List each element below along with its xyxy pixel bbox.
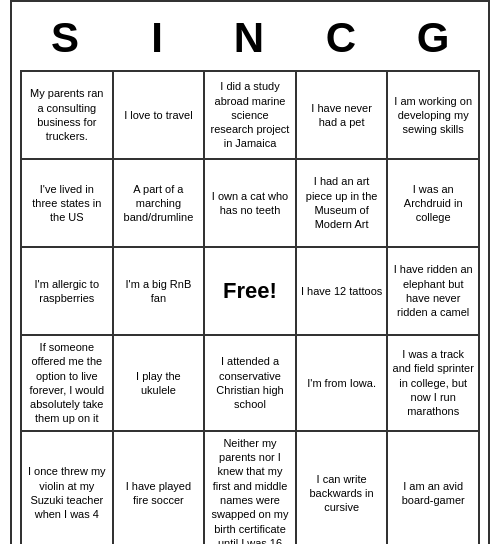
bingo-card: SINCG My parents ran a consulting busine… bbox=[10, 0, 490, 544]
bingo-cell-23[interactable]: I can write backwards in cursive bbox=[297, 432, 389, 544]
bingo-cell-9[interactable]: I was an Archdruid in college bbox=[388, 160, 480, 248]
bingo-cell-13[interactable]: I have 12 tattoos bbox=[297, 248, 389, 336]
title-letter-g: G bbox=[390, 14, 478, 62]
bingo-title: SINCG bbox=[20, 10, 480, 70]
bingo-cell-text-4: I am working on developing my sewing ski… bbox=[392, 94, 474, 137]
bingo-cell-17[interactable]: I attended a conservative Christian high… bbox=[205, 336, 297, 432]
bingo-cell-16[interactable]: I play the ukulele bbox=[114, 336, 206, 432]
bingo-cell-text-3: I have never had a pet bbox=[301, 101, 383, 130]
bingo-cell-3[interactable]: I have never had a pet bbox=[297, 72, 389, 160]
bingo-cell-2[interactable]: I did a study abroad marine science rese… bbox=[205, 72, 297, 160]
bingo-cell-1[interactable]: I love to travel bbox=[114, 72, 206, 160]
bingo-cell-text-16: I play the ukulele bbox=[118, 369, 200, 398]
bingo-cell-text-18: I'm from Iowa. bbox=[301, 376, 383, 390]
bingo-cell-text-20: I once threw my violin at my Suzuki teac… bbox=[26, 464, 108, 521]
bingo-cell-20[interactable]: I once threw my violin at my Suzuki teac… bbox=[22, 432, 114, 544]
title-letter-i: I bbox=[114, 14, 202, 62]
bingo-cell-21[interactable]: I have played fire soccer bbox=[114, 432, 206, 544]
bingo-cell-text-19: I was a track and field sprinter in coll… bbox=[392, 347, 474, 418]
bingo-cell-text-7: I own a cat who has no teeth bbox=[209, 189, 291, 218]
bingo-cell-text-23: I can write backwards in cursive bbox=[301, 472, 383, 515]
bingo-cell-19[interactable]: I was a track and field sprinter in coll… bbox=[388, 336, 480, 432]
bingo-cell-18[interactable]: I'm from Iowa. bbox=[297, 336, 389, 432]
bingo-cell-text-10: I'm allergic to raspberries bbox=[26, 277, 108, 306]
bingo-grid: My parents ran a consulting business for… bbox=[20, 70, 480, 544]
bingo-cell-text-8: I had an art piece up in the Museum of M… bbox=[301, 174, 383, 231]
bingo-cell-text-22: Neither my parents nor I knew that my fi… bbox=[209, 436, 291, 544]
bingo-cell-text-12: Free! bbox=[209, 277, 291, 306]
bingo-cell-22[interactable]: Neither my parents nor I knew that my fi… bbox=[205, 432, 297, 544]
bingo-cell-text-6: A part of a marching band/drumline bbox=[118, 182, 200, 225]
bingo-cell-24[interactable]: I am an avid board-gamer bbox=[388, 432, 480, 544]
bingo-cell-text-15: If someone offered me the option to live… bbox=[26, 340, 108, 426]
bingo-cell-text-14: I have ridden an elephant but have never… bbox=[392, 262, 474, 319]
bingo-cell-7[interactable]: I own a cat who has no teeth bbox=[205, 160, 297, 248]
bingo-cell-0[interactable]: My parents ran a consulting business for… bbox=[22, 72, 114, 160]
bingo-cell-text-1: I love to travel bbox=[118, 108, 200, 122]
bingo-cell-text-21: I have played fire soccer bbox=[118, 479, 200, 508]
bingo-cell-text-13: I have 12 tattoos bbox=[301, 284, 383, 298]
bingo-cell-text-11: I'm a big RnB fan bbox=[118, 277, 200, 306]
bingo-cell-4[interactable]: I am working on developing my sewing ski… bbox=[388, 72, 480, 160]
bingo-cell-14[interactable]: I have ridden an elephant but have never… bbox=[388, 248, 480, 336]
bingo-cell-text-17: I attended a conservative Christian high… bbox=[209, 354, 291, 411]
bingo-cell-5[interactable]: I've lived in three states in the US bbox=[22, 160, 114, 248]
bingo-cell-text-5: I've lived in three states in the US bbox=[26, 182, 108, 225]
title-letter-s: S bbox=[22, 14, 110, 62]
bingo-cell-8[interactable]: I had an art piece up in the Museum of M… bbox=[297, 160, 389, 248]
bingo-cell-text-2: I did a study abroad marine science rese… bbox=[209, 79, 291, 150]
bingo-cell-11[interactable]: I'm a big RnB fan bbox=[114, 248, 206, 336]
title-letter-c: C bbox=[298, 14, 386, 62]
bingo-cell-12[interactable]: Free! bbox=[205, 248, 297, 336]
bingo-cell-6[interactable]: A part of a marching band/drumline bbox=[114, 160, 206, 248]
bingo-cell-text-9: I was an Archdruid in college bbox=[392, 182, 474, 225]
bingo-cell-15[interactable]: If someone offered me the option to live… bbox=[22, 336, 114, 432]
bingo-cell-text-24: I am an avid board-gamer bbox=[392, 479, 474, 508]
bingo-cell-text-0: My parents ran a consulting business for… bbox=[26, 86, 108, 143]
bingo-cell-10[interactable]: I'm allergic to raspberries bbox=[22, 248, 114, 336]
title-letter-n: N bbox=[206, 14, 294, 62]
